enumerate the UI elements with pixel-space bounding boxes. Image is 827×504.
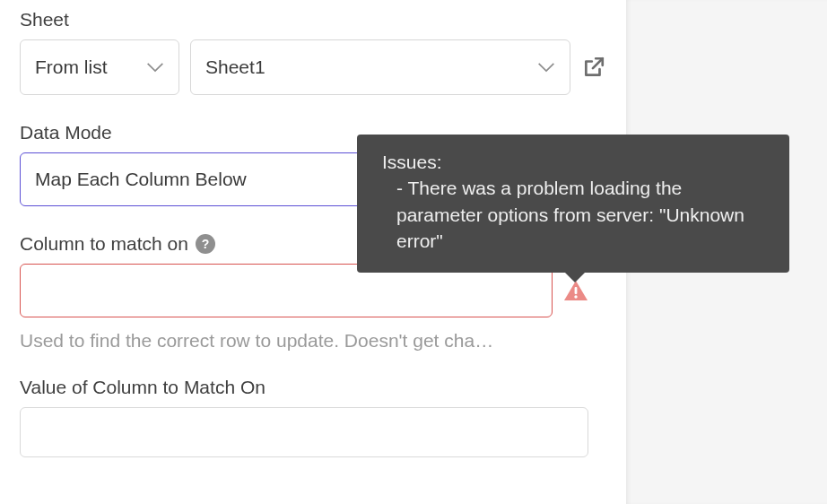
select-sheet-mode[interactable]: From list [20,39,179,95]
input-value-match-field[interactable] [35,408,573,456]
input-value-match[interactable] [20,407,588,457]
hint-column-match: Used to find the correct row to update. … [20,330,590,352]
error-tooltip: Issues: - There was a problem loading th… [357,135,789,273]
warning-icon[interactable] [563,280,588,301]
open-external-icon[interactable] [581,55,606,80]
label-sheet: Sheet [20,9,606,30]
label-value-match: Value of Column to Match On [20,377,606,398]
field-value-match: Value of Column to Match On [20,377,606,457]
select-sheet-name[interactable]: Sheet1 [190,39,570,95]
row-sheet: From list Sheet1 [20,39,606,95]
field-sheet: Sheet From list Sheet1 [20,9,606,95]
tooltip-body: - There was a problem loading the parame… [396,175,768,254]
chevron-down-icon [146,62,164,73]
chevron-down-icon [537,62,555,73]
svg-rect-0 [575,287,578,294]
tooltip-title: Issues: [382,149,768,175]
svg-point-1 [574,295,577,298]
input-column-match-field[interactable] [35,265,537,317]
tooltip-arrow-icon [565,273,585,282]
help-icon[interactable]: ? [196,234,215,254]
